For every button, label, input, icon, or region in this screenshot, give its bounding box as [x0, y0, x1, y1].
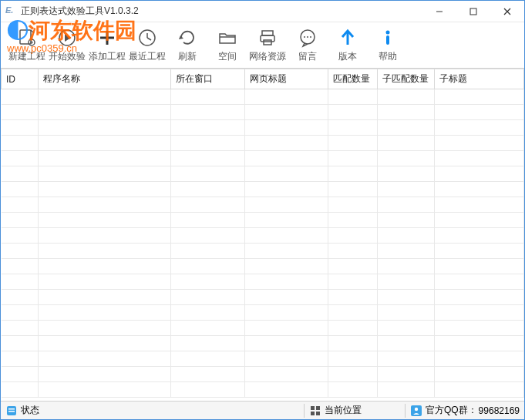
svg-line-15 — [147, 38, 151, 40]
recent-project-button[interactable]: 最近工程 — [127, 24, 167, 67]
network-resource-button[interactable]: 网络资源 — [247, 24, 288, 67]
table-row[interactable] — [2, 351, 524, 367]
app-icon: E. — [5, 5, 18, 18]
col-id[interactable]: ID — [2, 69, 39, 89]
table-row[interactable] — [2, 120, 524, 136]
col-match-count[interactable]: 匹配数量 — [328, 69, 378, 89]
add-project-button[interactable]: 添加工程 — [87, 24, 127, 67]
svg-point-36 — [415, 407, 418, 410]
new-icon — [16, 27, 38, 49]
add-icon — [96, 27, 118, 49]
col-page-title[interactable]: 网页标题 — [245, 69, 328, 89]
table-row[interactable] — [2, 336, 524, 351]
table-row[interactable] — [2, 151, 524, 166]
statusbar: 状态 当前位置 官方QQ群： 99682169 — [1, 401, 524, 419]
table-row[interactable] — [2, 105, 524, 120]
help-button[interactable]: 帮助 — [368, 24, 408, 67]
table-header-row: ID 程序名称 所在窗口 网页标题 匹配数量 子匹配数量 子标题 — [2, 69, 524, 89]
data-table: ID 程序名称 所在窗口 网页标题 匹配数量 子匹配数量 子标题 — [1, 69, 524, 398]
svg-rect-18 — [262, 31, 273, 35]
status-label: 状态 — [21, 404, 39, 417]
svg-rect-34 — [316, 412, 320, 415]
col-program-name[interactable]: 程序名称 — [39, 69, 171, 89]
svg-marker-10 — [65, 34, 71, 42]
table-row[interactable] — [2, 244, 524, 259]
col-submatch-count[interactable]: 子匹配数量 — [378, 69, 435, 89]
svg-point-26 — [386, 31, 390, 35]
table-row[interactable] — [2, 182, 524, 197]
table-row[interactable] — [2, 166, 524, 182]
svg-rect-31 — [311, 406, 315, 410]
chat-icon — [297, 27, 318, 49]
svg-point-24 — [310, 36, 311, 38]
recent-icon — [136, 27, 158, 49]
new-project-button[interactable]: 新建工程 — [7, 24, 47, 67]
folder-icon — [217, 27, 238, 49]
svg-rect-29 — [8, 408, 15, 410]
svg-rect-27 — [386, 35, 389, 45]
table-container[interactable]: ID 程序名称 所在窗口 网页标题 匹配数量 子匹配数量 子标题 — [1, 69, 524, 401]
version-button[interactable]: 版本 — [328, 24, 368, 67]
table-row[interactable] — [2, 290, 524, 305]
status-segment: 状态 — [1, 402, 44, 419]
col-window[interactable]: 所在窗口 — [171, 69, 245, 89]
window-controls — [422, 1, 524, 22]
qq-label: 官方QQ群： — [426, 404, 477, 417]
refresh-button[interactable]: 刷新 — [167, 24, 207, 67]
message-button[interactable]: 留言 — [288, 24, 328, 67]
status-icon — [5, 405, 18, 417]
table-row[interactable] — [2, 136, 524, 151]
table-row[interactable] — [2, 213, 524, 228]
refresh-icon — [177, 27, 198, 49]
svg-rect-20 — [264, 40, 271, 45]
col-subtitle[interactable]: 子标题 — [435, 69, 524, 89]
qq-icon — [410, 405, 422, 417]
svg-rect-30 — [8, 411, 15, 412]
start-validate-button[interactable]: 开始效验 — [47, 24, 87, 67]
position-label: 当前位置 — [325, 404, 362, 417]
table-row[interactable] — [2, 197, 524, 213]
svg-rect-32 — [316, 406, 320, 410]
svg-rect-33 — [311, 412, 315, 415]
play-icon — [56, 27, 78, 49]
table-row[interactable] — [2, 321, 524, 336]
qq-segment[interactable]: 官方QQ群： 99682169 — [406, 402, 524, 419]
table-row[interactable] — [2, 367, 524, 382]
table-row[interactable] — [2, 382, 524, 398]
table-row[interactable] — [2, 259, 524, 274]
table-row[interactable] — [2, 228, 524, 244]
toolbar: 新建工程 开始效验 添加工程 最近工程 刷新 空间 网络资源 — [1, 22, 524, 69]
svg-point-23 — [307, 36, 308, 38]
up-arrow-icon — [337, 27, 358, 49]
svg-rect-1 — [470, 8, 476, 15]
svg-rect-19 — [261, 35, 274, 42]
table-row[interactable] — [2, 305, 524, 321]
qq-number: 99682169 — [479, 405, 520, 416]
position-icon — [309, 405, 321, 417]
print-icon — [257, 27, 278, 49]
titlebar: E. 正则表达式效验工具V1.0.3.2 — [1, 1, 524, 22]
table-row[interactable] — [2, 274, 524, 290]
maximize-button[interactable] — [456, 1, 490, 22]
table-row[interactable] — [2, 89, 524, 105]
space-button[interactable]: 空间 — [207, 24, 247, 67]
minimize-button[interactable] — [422, 1, 456, 22]
position-segment: 当前位置 — [305, 402, 366, 419]
window-title: 正则表达式效验工具V1.0.3.2 — [21, 5, 139, 18]
close-button[interactable] — [490, 1, 524, 22]
svg-rect-4 — [20, 30, 31, 44]
info-icon — [377, 27, 399, 49]
svg-point-22 — [304, 36, 305, 38]
